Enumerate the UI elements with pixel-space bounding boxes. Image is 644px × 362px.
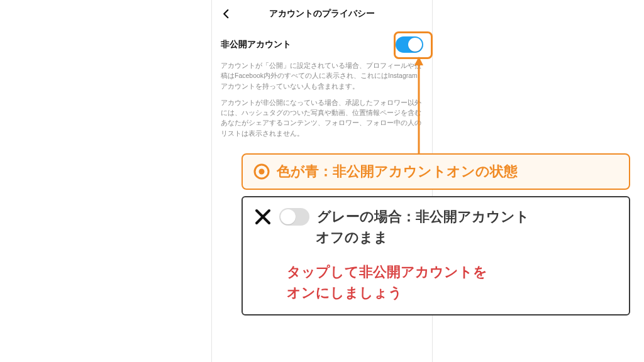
- private-account-toggle[interactable]: [396, 36, 423, 53]
- description-private: アカウントが非公開になっている場合、承認したフォロワー以外には、ハッシュタグのつ…: [212, 91, 432, 138]
- description-public: アカウントが「公開」に設定されている場合、プロフィールや投稿はFacebook内…: [212, 55, 432, 91]
- toggle-knob: [408, 38, 422, 52]
- callout-action-line1: タップして非公開アカウントを: [287, 261, 618, 282]
- example-toggle-off: [279, 208, 309, 226]
- toggle-knob: [280, 209, 296, 224]
- screen-header: アカウントのプライバシー: [212, 0, 432, 28]
- private-account-row: 非公開アカウント: [212, 28, 432, 55]
- callout-action-line2: オンにしましょう: [287, 282, 618, 303]
- chevron-left-icon: [221, 8, 232, 19]
- callout-off-line1: グレーの場合：非公開アカウント: [317, 207, 530, 227]
- x-icon: [254, 208, 272, 226]
- callout-off-state: グレーの場合：非公開アカウント オフのまま タップして非公開アカウントを オンに…: [242, 196, 630, 315]
- svg-point-3: [259, 169, 265, 175]
- callout-action-text: タップして非公開アカウントを オンにしましょう: [287, 261, 618, 303]
- back-button[interactable]: [218, 6, 235, 22]
- private-account-label: 非公開アカウント: [221, 39, 291, 50]
- callout-on-state: 色が青：非公開アカウントオンの状態: [242, 153, 630, 190]
- callout-off-line2: オフのまま: [316, 228, 618, 248]
- callout-on-text: 色が青：非公開アカウントオンの状態: [277, 162, 518, 181]
- callout-off-row: グレーの場合：非公開アカウント: [254, 207, 618, 227]
- bullseye-icon: [253, 163, 270, 180]
- page-title: アカウントのプライバシー: [269, 8, 375, 19]
